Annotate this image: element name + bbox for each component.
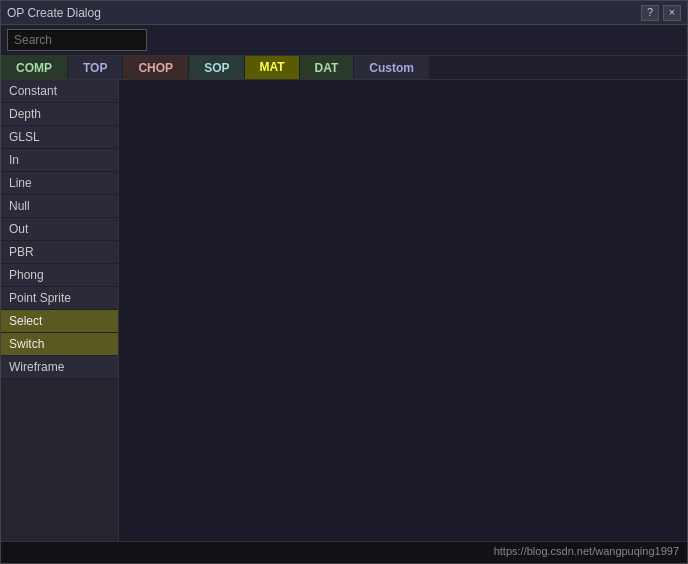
- status-url: https://blog.csdn.net/wangpuqing1997: [494, 545, 679, 557]
- list-item[interactable]: PBR: [1, 241, 118, 264]
- tab-custom[interactable]: Custom: [354, 56, 429, 79]
- status-bar: https://blog.csdn.net/wangpuqing1997: [1, 541, 687, 563]
- title-bar: OP Create Dialog ? ×: [1, 1, 687, 25]
- list-item[interactable]: Null: [1, 195, 118, 218]
- tab-comp[interactable]: COMP: [1, 56, 67, 79]
- close-button[interactable]: ×: [663, 5, 681, 21]
- list-item[interactable]: Line: [1, 172, 118, 195]
- list-item[interactable]: GLSL: [1, 126, 118, 149]
- list-item[interactable]: Select: [1, 310, 118, 333]
- list-panel: ConstantDepthGLSLInLineNullOutPBRPhongPo…: [1, 80, 119, 541]
- list-item[interactable]: Constant: [1, 80, 118, 103]
- help-button[interactable]: ?: [641, 5, 659, 21]
- search-bar: [1, 25, 687, 56]
- tab-chop[interactable]: CHOP: [123, 56, 188, 79]
- tab-sop[interactable]: SOP: [189, 56, 244, 79]
- main-panel: [119, 80, 687, 541]
- tabs-bar: COMPTOPCHOPSOPMATDATCustom: [1, 56, 687, 80]
- tab-mat[interactable]: MAT: [245, 56, 298, 79]
- search-input[interactable]: [7, 29, 147, 51]
- list-item[interactable]: Wireframe: [1, 356, 118, 379]
- tab-dat[interactable]: DAT: [300, 56, 354, 79]
- list-item[interactable]: Point Sprite: [1, 287, 118, 310]
- list-item[interactable]: Depth: [1, 103, 118, 126]
- list-item[interactable]: Phong: [1, 264, 118, 287]
- op-create-dialog: OP Create Dialog ? × COMPTOPCHOPSOPMATDA…: [0, 0, 688, 564]
- list-item[interactable]: Out: [1, 218, 118, 241]
- title-buttons: ? ×: [641, 5, 681, 21]
- list-item[interactable]: In: [1, 149, 118, 172]
- window-title: OP Create Dialog: [7, 6, 101, 20]
- tab-top[interactable]: TOP: [68, 56, 122, 79]
- list-item[interactable]: Switch: [1, 333, 118, 356]
- content-area: ConstantDepthGLSLInLineNullOutPBRPhongPo…: [1, 80, 687, 541]
